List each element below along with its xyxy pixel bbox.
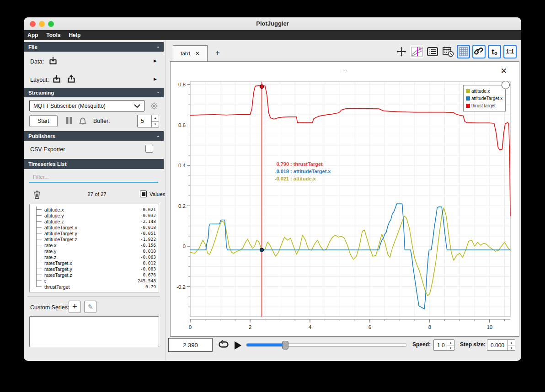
timeseries-row[interactable]: t245.548 <box>32 278 156 284</box>
curve-tracker-button[interactable]: A <box>410 45 423 58</box>
file-section-header[interactable]: File - <box>24 42 164 52</box>
menu-app[interactable]: App <box>27 32 38 38</box>
data-expand-chevron-icon[interactable]: ▶ <box>154 58 157 63</box>
timeseries-section-header[interactable]: Timeseries List <box>24 159 164 169</box>
data-import-icon[interactable] <box>48 55 59 66</box>
collapse-minus-icon[interactable]: - <box>157 132 159 139</box>
step-size-spinbox[interactable]: 0.000 ▲▼ <box>487 339 515 351</box>
tree-branch <box>32 242 44 248</box>
timeseries-value: -0.018 <box>140 225 156 230</box>
slider-thumb[interactable] <box>282 341 289 350</box>
timeseries-row[interactable]: attitude.y-0.032 <box>32 212 156 218</box>
streaming-source-select[interactable]: MQTT Subscriber (Mosquitto) <box>29 100 144 111</box>
loop-icon[interactable] <box>218 339 230 351</box>
timeseries-value: 245.548 <box>138 278 156 283</box>
speed-spinbox[interactable]: 1.0 ▲▼ <box>433 339 454 351</box>
menu-help[interactable]: Help <box>69 32 80 38</box>
time-slider[interactable] <box>246 343 407 347</box>
timeseries-name: attitude.x <box>44 207 140 212</box>
trash-icon[interactable] <box>32 189 42 200</box>
timeseries-tree[interactable]: attitude.x-0.021attitude.y-0.032attitude… <box>29 204 159 292</box>
plot-widget[interactable]: ... ✕ 0.80.60.40.20-0.20246810 attitude.… <box>170 61 519 337</box>
start-button[interactable]: Start <box>29 115 58 127</box>
timeseries-count: 27 of 27 <box>74 191 120 197</box>
link-ranges-button[interactable] <box>472 45 486 58</box>
timeseries-row[interactable]: ratesTarget.y-0.083 <box>32 266 156 272</box>
cursor-readout: 0.790 : thrustTarget-0.018 : attitudeTar… <box>268 160 331 182</box>
spin-down-icon[interactable]: ▼ <box>447 345 454 350</box>
values-checkbox[interactable] <box>140 191 147 197</box>
notifications-bell-icon[interactable] <box>78 115 88 125</box>
splitter[interactable] <box>166 40 166 361</box>
timeseries-row[interactable]: rate.x-0.156 <box>32 242 156 248</box>
current-time-field[interactable]: 2.390 <box>168 338 213 352</box>
tab-tab1[interactable]: tab1 ✕ <box>173 45 208 61</box>
spin-up-icon[interactable]: ▲ <box>152 115 159 121</box>
time-offset-button[interactable]: to <box>488 45 501 58</box>
list-icon <box>427 46 438 57</box>
legend-entry[interactable]: attitude.x <box>466 87 503 95</box>
main-area: tab1 ✕ + A <box>168 40 521 361</box>
timeseries-name: rate.x <box>44 243 140 248</box>
tree-branch <box>32 230 44 236</box>
timeseries-name: attitude.z <box>44 219 140 224</box>
timeseries-row[interactable]: attitude.x-0.021 <box>32 207 156 212</box>
move-arrows-icon <box>396 46 407 57</box>
timeseries-row[interactable]: attitudeTarget.z-1.922 <box>32 236 156 242</box>
collapse-minus-icon[interactable]: - <box>157 89 159 96</box>
timeseries-value: -0.051 <box>140 231 156 236</box>
spin-up-icon[interactable]: ▲ <box>508 340 515 345</box>
streaming-settings-gear-icon[interactable] <box>149 101 159 111</box>
timeseries-row[interactable]: thrustTarget0.79 <box>32 284 156 290</box>
menubar: App Tools Help <box>24 30 521 40</box>
curve-list-button[interactable] <box>426 45 439 58</box>
spin-down-icon[interactable]: ▼ <box>508 345 515 350</box>
buffer-spinbox[interactable]: 5 ▲▼ <box>137 115 159 127</box>
divider <box>27 296 160 297</box>
timeseries-row[interactable]: ratesTarget.x0.012 <box>32 260 156 266</box>
start-button-label: Start <box>37 118 49 124</box>
play-button[interactable] <box>233 340 242 350</box>
edit-custom-series-button[interactable]: ✎ <box>84 301 96 313</box>
layout-import-icon[interactable] <box>51 74 62 85</box>
plot-legend[interactable]: attitude.xattitudeTarget.xthrustTarget <box>463 85 506 111</box>
file-section-title: File <box>28 44 37 50</box>
timeseries-row[interactable]: attitudeTarget.x-0.018 <box>32 224 156 230</box>
publishers-section-header[interactable]: Publishers - <box>24 131 164 141</box>
timeseries-row[interactable]: attitudeTarget.y-0.051 <box>32 230 156 236</box>
filter-input[interactable] <box>29 172 158 183</box>
layout-export-icon[interactable] <box>66 74 77 85</box>
plot-close-icon[interactable]: ✕ <box>501 66 507 76</box>
legend-entry[interactable]: attitudeTarget.x <box>466 95 503 102</box>
add-custom-series-button[interactable]: + <box>69 301 81 313</box>
timeseries-row[interactable]: attitude.z-2.148 <box>32 218 156 224</box>
ratio-button[interactable]: 1:1 <box>503 45 517 58</box>
grid-layout-button[interactable] <box>457 45 470 58</box>
tree-branch <box>32 218 44 224</box>
legend-corner-circle[interactable] <box>502 81 510 89</box>
streaming-section-header[interactable]: Streaming - <box>24 88 164 97</box>
layout-expand-chevron-icon[interactable]: ▶ <box>154 77 157 81</box>
datetime-button[interactable] <box>441 45 454 58</box>
legend-swatch <box>466 96 470 101</box>
plot-toolbar: A <box>395 45 517 58</box>
step-size-value: 0.000 <box>487 340 508 350</box>
spin-up-icon[interactable]: ▲ <box>447 340 454 345</box>
menu-tools[interactable]: Tools <box>46 32 60 38</box>
speed-value: 1.0 <box>434 340 447 350</box>
csv-exporter-checkbox[interactable] <box>145 145 153 153</box>
step-size-label: Step size: <box>460 341 486 348</box>
svg-text:-0.2: -0.2 <box>176 284 186 290</box>
tab-close-icon[interactable]: ✕ <box>195 50 200 57</box>
timeseries-row[interactable]: ratesTarget.z0.676 <box>32 272 156 278</box>
custom-series-list[interactable] <box>29 316 159 347</box>
timeseries-row[interactable]: rate.y0.018 <box>32 248 156 254</box>
pause-icon[interactable] <box>65 116 73 125</box>
legend-entry[interactable]: thrustTarget <box>466 102 503 109</box>
collapse-minus-icon[interactable]: - <box>157 43 159 50</box>
tree-branch <box>32 207 44 212</box>
timeseries-row[interactable]: rate.z-0.063 <box>32 254 156 260</box>
pan-zoom-button[interactable] <box>395 45 408 58</box>
spin-down-icon[interactable]: ▼ <box>152 121 159 127</box>
add-tab-button[interactable]: + <box>212 48 223 58</box>
